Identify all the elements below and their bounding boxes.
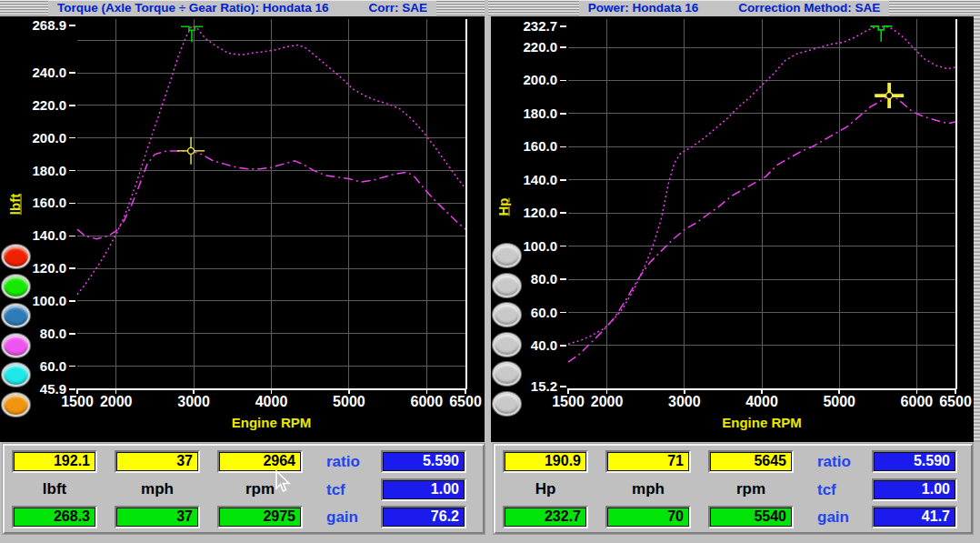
power-run-button-6[interactable] xyxy=(493,392,521,416)
svg-text:Engine RPM: Engine RPM xyxy=(722,415,802,430)
power-units-row: Hp mph rpm tcf 1.00 xyxy=(503,478,971,501)
torque-ratio-value: 5.590 xyxy=(383,452,465,471)
power-chart-svg[interactable]: 232.7220.0200.0180.0160.0140.0120.0100.0… xyxy=(491,16,974,442)
power-unit-rpm: rpm xyxy=(708,478,794,501)
power-chart-titlebar: Power: Hondata 16 Correction Method: SAE xyxy=(488,0,980,16)
power-run-button-1[interactable] xyxy=(493,244,521,267)
svg-text:268.9: 268.9 xyxy=(32,17,66,33)
torque-cursor-row: 192.1 37 2964 ratio 5.590 xyxy=(12,450,483,473)
torque-run-button-blue[interactable] xyxy=(2,304,30,327)
torque-y-axis-unit: lbft xyxy=(7,186,23,223)
torque-peak-lbft-value: 268.3 xyxy=(14,508,95,527)
panel-divider xyxy=(485,0,491,442)
torque-run-button-orange[interactable] xyxy=(2,393,30,417)
power-unit-hp: Hp xyxy=(503,478,588,501)
torque-cursor-mph-value: 37 xyxy=(116,452,198,471)
svg-text:6000: 6000 xyxy=(901,394,934,409)
power-cursor-row: 190.9 71 5645 ratio 5.590 xyxy=(503,450,971,473)
power-correction-label: Correction Method: SAE xyxy=(738,2,880,15)
svg-text:60.0: 60.0 xyxy=(531,305,557,320)
power-run-button-3[interactable] xyxy=(493,303,521,327)
power-cursor-mph-value: 71 xyxy=(607,452,689,471)
torque-run-button-red[interactable] xyxy=(2,245,30,268)
power-y-axis-unit: Hp xyxy=(495,189,511,226)
svg-text:200.0: 200.0 xyxy=(523,72,557,87)
torque-chart-titlebar: Torque (Axle Torque ÷ Gear Ratio): Honda… xyxy=(0,0,485,16)
power-gain-value: 41.7 xyxy=(874,508,955,527)
torque-cursor-lbft-value: 192.1 xyxy=(14,452,95,471)
power-cursor-hp-value: 190.9 xyxy=(505,452,586,471)
torque-plot-area[interactable]: 268.9240.0220.0200.0180.0160.0140.0120.0… xyxy=(0,16,485,442)
svg-text:120.0: 120.0 xyxy=(32,260,66,276)
torque-peak-rpm-value: 2975 xyxy=(219,508,301,527)
torque-unit-rpm: rpm xyxy=(217,478,303,501)
torque-run-button-magenta[interactable] xyxy=(2,334,30,357)
torque-correction-label: Corr: SAE xyxy=(369,2,428,15)
svg-text:6000: 6000 xyxy=(411,394,444,409)
power-run-button-5[interactable] xyxy=(493,362,521,386)
power-tcf-value: 1.00 xyxy=(874,480,955,499)
svg-text:6500: 6500 xyxy=(939,394,972,409)
torque-units-row: lbft mph rpm tcf 1.00 xyxy=(12,478,483,501)
torque-chart-svg[interactable]: 268.9240.0220.0200.0180.0160.0140.0120.0… xyxy=(0,16,485,442)
svg-text:120.0: 120.0 xyxy=(523,205,557,220)
power-ratio-label: ratio xyxy=(817,450,868,473)
svg-text:200.0: 200.0 xyxy=(32,130,66,146)
svg-text:80.0: 80.0 xyxy=(40,326,66,341)
svg-text:4000: 4000 xyxy=(745,394,778,409)
power-unit-mph: mph xyxy=(605,478,691,501)
svg-text:220.0: 220.0 xyxy=(32,97,66,113)
power-peak-hp-value: 232.7 xyxy=(505,508,586,527)
svg-text:100.0: 100.0 xyxy=(32,293,66,308)
power-cursor-rpm-value: 5645 xyxy=(710,452,792,471)
power-plot-area[interactable]: 232.7220.0200.0180.0160.0140.0120.0100.0… xyxy=(491,16,974,442)
svg-text:220.0: 220.0 xyxy=(523,39,557,55)
svg-text:2000: 2000 xyxy=(100,394,133,409)
torque-tcf-label: tcf xyxy=(326,478,377,501)
svg-text:100.0: 100.0 xyxy=(523,238,557,254)
power-title-plate: Power: Hondata 16 Correction Method: SAE xyxy=(579,1,890,16)
svg-text:180.0: 180.0 xyxy=(32,163,66,178)
svg-text:3000: 3000 xyxy=(177,394,210,409)
svg-text:Engine RPM: Engine RPM xyxy=(232,415,312,430)
torque-run-button-cyan[interactable] xyxy=(2,363,30,387)
svg-text:232.7: 232.7 xyxy=(523,18,557,34)
torque-cursor-rpm-value: 2964 xyxy=(219,452,301,471)
svg-text:40.0: 40.0 xyxy=(531,337,557,353)
power-tcf-label: tcf xyxy=(817,478,868,501)
torque-peak-mph-value: 37 xyxy=(116,508,198,527)
torque-tcf-value: 1.00 xyxy=(383,480,465,499)
power-run-button-4[interactable] xyxy=(493,333,521,357)
svg-text:5000: 5000 xyxy=(333,394,365,409)
torque-unit-lbft: lbft xyxy=(12,478,97,501)
power-gain-label: gain xyxy=(817,506,868,528)
window-edge-strip xyxy=(974,16,980,442)
svg-text:4000: 4000 xyxy=(255,394,288,409)
power-ratio-value: 5.590 xyxy=(874,452,955,471)
svg-text:60.0: 60.0 xyxy=(40,358,66,374)
svg-text:180.0: 180.0 xyxy=(523,106,557,121)
torque-gain-label: gain xyxy=(326,506,377,528)
torque-peak-row: 268.3 37 2975 gain 76.2 xyxy=(12,506,483,528)
torque-readout-panel: 192.1 37 2964 ratio 5.590 lbft mph rpm t… xyxy=(3,444,485,534)
svg-text:2000: 2000 xyxy=(591,394,624,409)
svg-text:3000: 3000 xyxy=(668,394,701,409)
svg-text:1500: 1500 xyxy=(61,394,94,409)
power-peak-mph-value: 70 xyxy=(607,508,689,527)
svg-text:80.0: 80.0 xyxy=(531,271,557,287)
svg-text:160.0: 160.0 xyxy=(523,138,557,154)
power-readout-panel: 190.9 71 5645 ratio 5.590 Hp mph rpm tcf… xyxy=(494,444,973,534)
torque-title-plate: Torque (Axle Torque ÷ Gear Ratio): Honda… xyxy=(48,1,436,16)
svg-text:140.0: 140.0 xyxy=(523,172,557,187)
power-peak-rpm-value: 5540 xyxy=(710,508,792,527)
power-run-button-2[interactable] xyxy=(493,274,521,297)
power-chart-title: Power: Hondata 16 xyxy=(588,2,699,15)
torque-run-button-green[interactable] xyxy=(2,275,30,298)
svg-text:15.2: 15.2 xyxy=(531,378,557,394)
power-peak-row: 232.7 70 5540 gain 41.7 xyxy=(503,506,971,528)
torque-unit-mph: mph xyxy=(115,478,200,501)
torque-ratio-label: ratio xyxy=(326,450,377,473)
svg-text:5000: 5000 xyxy=(823,394,855,409)
svg-text:240.0: 240.0 xyxy=(32,65,66,80)
torque-gain-value: 76.2 xyxy=(383,508,465,527)
